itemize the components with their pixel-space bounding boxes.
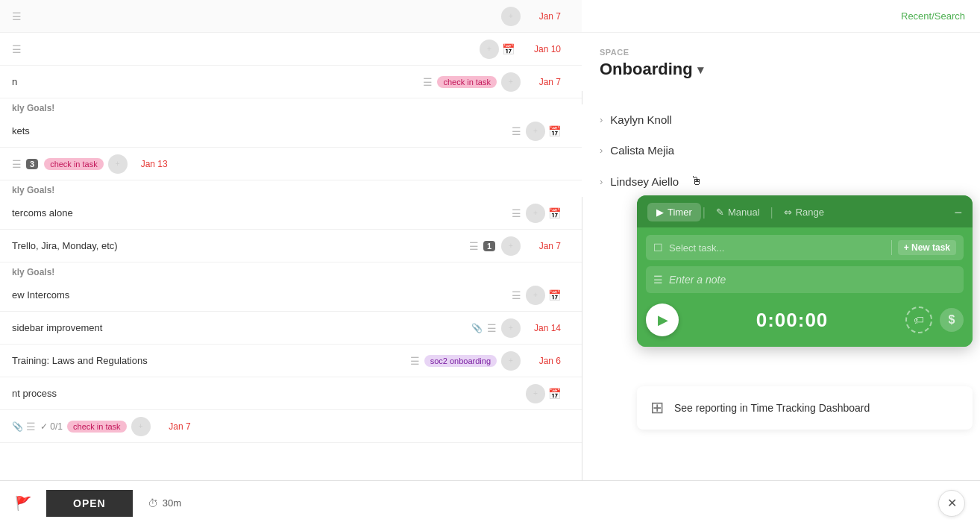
calendar-icon: 📅: [548, 388, 561, 400]
tag-icon: 🏷: [914, 314, 924, 326]
calendar-icon: 📅: [502, 43, 515, 55]
table-row[interactable]: Training: Laws and Regulations ☰ soc2 on…: [0, 345, 582, 377]
note-row[interactable]: ☰ Enter a note: [646, 266, 964, 293]
note-placeholder: Enter a note: [669, 274, 726, 286]
space-name: Onboarding ▾: [600, 60, 962, 79]
task-select-row[interactable]: ☐ Select task... + New task: [646, 235, 964, 260]
timer-body: ☐ Select task... + New task ☰ Enter a no…: [637, 227, 973, 347]
paperclip-icon: 📎: [12, 421, 23, 432]
section-label: kly Goals!: [0, 262, 582, 279]
paperclip-icon: 📎: [471, 323, 483, 333]
avatar[interactable]: +: [501, 318, 521, 338]
table-row[interactable]: ☰ + 📅 Jan 10: [0, 33, 582, 66]
bottom-bar: 🚩 OPEN ⏱ 30m ✕: [0, 480, 980, 525]
space-caret-icon[interactable]: ▾: [697, 63, 703, 77]
section-label: kly Goals!: [0, 98, 582, 115]
task-date: Jan 7: [154, 421, 191, 432]
note-icon: ☰: [653, 274, 663, 286]
drag-handle-icon: ☰: [512, 125, 521, 137]
manual-edit-icon: ✎: [716, 207, 724, 218]
space-label: SPACE: [600, 48, 962, 57]
table-row[interactable]: ☰ + Jan 7: [0, 0, 582, 33]
task-name: tercoms alone: [12, 207, 512, 219]
avatar[interactable]: +: [501, 236, 521, 256]
task-date: Jan 7: [524, 11, 561, 22]
avatar[interactable]: +: [526, 286, 545, 305]
calendar-icon: 📅: [548, 207, 561, 219]
timer-header: ▶ Timer | ✎ Manual | ⇔ Range −: [637, 195, 973, 227]
avatar[interactable]: +: [526, 204, 545, 223]
timer-controls: ▶ 0:00:00 🏷 $: [646, 301, 964, 339]
tab-timer[interactable]: ▶ Timer: [647, 203, 701, 221]
tag-button[interactable]: 🏷: [905, 306, 932, 333]
task-name: sidebar improvement: [12, 322, 471, 333]
person-name: Lindsey Aiello: [610, 175, 679, 188]
play-button[interactable]: ▶: [646, 304, 679, 336]
time-value: 30m: [163, 497, 181, 509]
timer-widget: ▶ Timer | ✎ Manual | ⇔ Range − ☐ Select …: [637, 195, 973, 347]
subtask-count: ✓ 0/1: [40, 421, 63, 432]
task-tag: check in task: [44, 158, 104, 170]
calendar-icon: 📅: [548, 289, 561, 301]
person-row[interactable]: › Calista Mejia: [582, 135, 980, 166]
avatar[interactable]: +: [501, 7, 521, 26]
reporting-link[interactable]: See reporting in Time Tracking Dashboard: [674, 402, 870, 414]
task-badge: 3: [26, 159, 38, 169]
flag-icon: 🚩: [0, 495, 46, 512]
calendar-icon: 📅: [548, 125, 561, 137]
timer-right-icons: 🏷 $: [905, 306, 964, 333]
task-date: Jan 7: [524, 241, 561, 251]
drag-handle-icon: ☰: [469, 240, 479, 252]
task-badge: 1: [483, 241, 495, 251]
table-row[interactable]: tercoms alone ☰ + 📅: [0, 197, 582, 230]
section-label: kly Goals!: [0, 180, 582, 197]
avatar[interactable]: +: [501, 72, 521, 92]
avatar[interactable]: +: [526, 384, 545, 403]
avatar[interactable]: +: [131, 417, 151, 436]
task-date: Jan 6: [524, 356, 561, 366]
timer-display: 0:00:00: [756, 309, 829, 332]
close-button[interactable]: ✕: [938, 490, 965, 517]
table-row[interactable]: sidebar improvement 📎 ☰ + Jan 14: [0, 312, 582, 345]
time-icon: ⏱: [148, 497, 158, 509]
person-row[interactable]: › Kaylyn Knoll: [582, 104, 980, 135]
task-date: Jan 7: [524, 77, 561, 87]
new-task-button[interactable]: + New task: [898, 240, 956, 255]
table-row[interactable]: Trello, Jira, Monday, etc) ☰ 1 + Jan 7: [0, 230, 582, 262]
table-row[interactable]: ew Intercoms ☰ + 📅: [0, 279, 582, 312]
avatar[interactable]: +: [480, 40, 499, 59]
reporting-section[interactable]: ⊞ See reporting in Time Tracking Dashboa…: [637, 386, 973, 430]
tab-manual[interactable]: ✎ Manual: [707, 203, 769, 221]
time-estimate: ⏱ 30m: [133, 497, 196, 509]
table-row[interactable]: ☰ 3 check in task + Jan 13: [0, 148, 582, 180]
checkbox-icon: ☐: [653, 242, 663, 254]
table-row[interactable]: nt process + 📅: [0, 377, 582, 410]
recent-search-link[interactable]: Recent/Search: [901, 10, 965, 22]
avatar[interactable]: +: [501, 351, 521, 371]
task-name: nt process: [12, 388, 526, 399]
table-row[interactable]: kets ☰ + 📅: [0, 115, 582, 148]
open-button[interactable]: OPEN: [46, 490, 133, 517]
timer-play-icon: ▶: [656, 207, 664, 218]
dashboard-icon: ⊞: [650, 398, 664, 418]
task-tag: check in task: [67, 421, 127, 433]
avatar[interactable]: +: [526, 122, 545, 141]
minimize-button[interactable]: −: [954, 206, 962, 219]
drag-handle-icon: ☰: [487, 322, 497, 334]
table-row[interactable]: 📎 ☰ ✓ 0/1 check in task + Jan 7: [0, 410, 582, 443]
billable-button[interactable]: $: [940, 308, 964, 332]
person-name: Kaylyn Knoll: [610, 113, 672, 126]
tab-range[interactable]: ⇔ Range: [775, 203, 833, 221]
task-date: Jan 13: [131, 159, 168, 169]
timer-tabs: ▶ Timer | ✎ Manual | ⇔ Range: [647, 203, 833, 221]
table-row[interactable]: n ☰ check in task + Jan 7: [0, 66, 582, 98]
task-name: kets: [12, 125, 512, 136]
person-row[interactable]: › Lindsey Aiello 🖱: [582, 166, 980, 197]
avatar[interactable]: +: [108, 154, 128, 174]
cursor-indicator: 🖱: [691, 175, 703, 188]
recent-search-bar: Recent/Search: [582, 0, 980, 33]
expand-icon: ›: [600, 145, 603, 156]
task-tag: soc2 onboarding: [424, 355, 497, 367]
drag-handle-icon: ☰: [12, 10, 22, 22]
task-date: Jan 14: [524, 323, 561, 333]
